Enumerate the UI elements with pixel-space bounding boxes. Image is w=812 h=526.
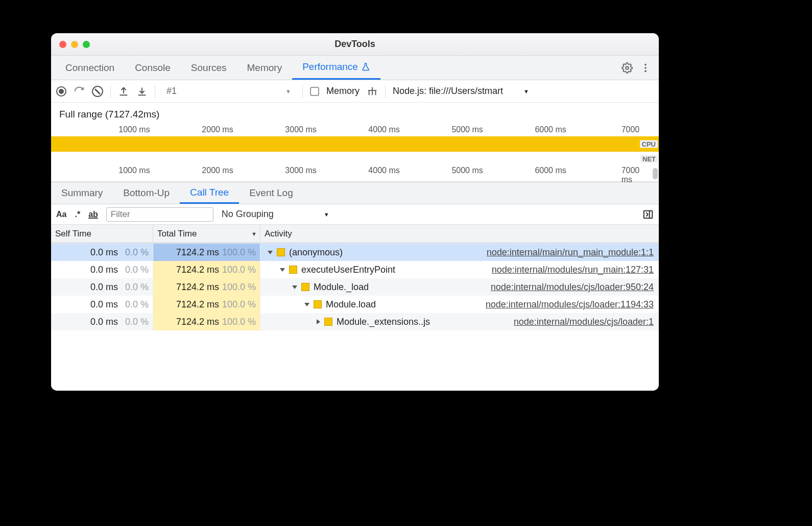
tab-console[interactable]: Console [125,56,181,80]
activity-name: (anonymous) [289,247,343,258]
settings-button[interactable] [618,56,636,80]
record-button[interactable] [56,86,66,97]
timeline-overview[interactable]: Full range (7127.42ms) 1000 ms2000 ms300… [51,103,659,182]
self-time-pct: 0.0 % [125,265,149,275]
activity-source-link[interactable]: node:internal/modules/cjs/loader:1 [514,317,654,327]
total-time-value: 7124.2 ms [176,317,219,327]
total-time-value: 7124.2 ms [176,247,219,258]
subtab-summary[interactable]: Summary [51,182,113,204]
ruler-tick: 1000 ms [118,125,150,134]
cpu-label: CPU [640,140,658,148]
cpu-track[interactable]: CPU [51,136,659,152]
table-row[interactable]: 0.0 ms0.0 %7124.2 ms100.0 %Module._exten… [51,313,659,330]
subtab-bottom-up[interactable]: Bottom-Up [113,182,180,204]
toggle-sidebar-icon[interactable] [642,209,654,220]
separator [302,85,303,98]
self-time-pct: 0.0 % [125,317,149,327]
table-row[interactable]: 0.0 ms0.0 %7124.2 ms100.0 %Module.loadno… [51,296,659,313]
traffic-lights [51,41,90,48]
memory-label: Memory [326,86,360,97]
total-time-value: 7124.2 ms [176,265,219,275]
ruler-tick: 5000 ms [451,166,483,175]
perf-toolbar: #1 ▼ Memory Node.js: file:///Users/stmar… [51,80,659,103]
total-time-pct: 100.0 % [222,317,256,327]
reload-icon[interactable] [74,86,85,97]
tab-performance[interactable]: Performance [292,56,380,80]
activity-name: Module.load [326,299,376,310]
context-select[interactable]: Node.js: file:///Users/stmart ▼ [393,86,529,97]
tab-memory[interactable]: Memory [237,56,293,80]
minimize-window-icon[interactable] [71,41,78,48]
case-toggle[interactable]: Aa [56,210,66,219]
ruler-tick: 4000 ms [368,166,399,175]
chevron-right-icon[interactable] [317,319,320,324]
total-time-pct: 100.0 % [222,247,256,258]
panel-tabs: ConnectionConsoleSourcesMemoryPerformanc… [51,56,659,80]
detail-ruler[interactable]: 1000 ms2000 ms3000 ms4000 ms5000 ms6000 … [51,166,659,181]
tab-connection[interactable]: Connection [55,56,125,80]
separator [385,85,386,98]
activity-source-link[interactable]: node:internal/modules/cjs/loader:1194:33 [486,299,654,310]
svg-point-0 [626,66,629,69]
window-title: DevTools [51,39,659,50]
garbage-collect-icon[interactable] [367,86,378,97]
col-activity[interactable]: Activity [260,225,659,243]
grid-body[interactable]: 0.0 ms0.0 %7124.2 ms100.0 %(anonymous)no… [51,243,659,391]
net-track[interactable]: NET [51,152,659,165]
maximize-window-icon[interactable] [83,41,90,48]
grouping-select[interactable]: No Grouping ▼ [222,209,335,220]
chevron-down-icon[interactable] [304,303,309,306]
self-time-value: 0.0 ms [90,299,118,310]
table-row[interactable]: 0.0 ms0.0 %7124.2 ms100.0 %executeUserEn… [51,261,659,278]
self-time-value: 0.0 ms [90,282,118,293]
ruler-tick: 5000 ms [451,125,483,134]
chevron-down-icon[interactable] [292,285,297,289]
subtab-call-tree[interactable]: Call Tree [180,182,239,204]
detail-tabs: SummaryBottom-UpCall TreeEvent Log [51,182,659,204]
sort-desc-icon: ▼ [251,231,257,237]
flask-icon [361,62,370,71]
self-time-pct: 0.0 % [125,299,149,310]
total-time-value: 7124.2 ms [176,299,219,310]
self-time-value: 0.0 ms [90,317,118,327]
regex-toggle[interactable]: .* [75,210,80,219]
grouping-label: No Grouping [222,209,274,220]
tab-sources[interactable]: Sources [181,56,237,80]
table-row[interactable]: 0.0 ms0.0 %7124.2 ms100.0 %(anonymous)no… [51,244,659,261]
activity-source-link[interactable]: node:internal/modules/run_main:127:31 [492,265,654,275]
close-window-icon[interactable] [59,41,66,48]
activity-color-swatch [301,283,309,291]
whole-word-toggle[interactable]: ab [88,210,98,219]
activity-color-swatch [314,300,322,308]
total-time-pct: 100.0 % [222,299,256,310]
chevron-down-icon[interactable] [280,268,285,272]
overview-ruler: 1000 ms2000 ms3000 ms4000 ms5000 ms6000 … [51,125,659,136]
self-time-value: 0.0 ms [90,265,118,275]
activity-source-link[interactable]: node:internal/main/run_main_module:1:1 [487,247,654,258]
download-icon[interactable] [136,86,148,97]
net-label: NET [640,155,658,162]
subtab-event-log[interactable]: Event Log [239,182,303,204]
separator [155,85,155,98]
recording-select-label: #1 [166,86,177,97]
clear-button[interactable] [92,86,103,97]
filter-input[interactable] [106,207,213,222]
table-row[interactable]: 0.0 ms0.0 %7124.2 ms100.0 %Module._loadn… [51,278,659,296]
timeline-scroll-thumb[interactable] [653,168,658,179]
activity-color-swatch [289,266,297,274]
total-time-pct: 100.0 % [222,282,256,293]
col-self-time[interactable]: Self Time [51,225,153,243]
svg-point-1 [644,63,647,65]
chevron-down-icon: ▼ [285,88,291,94]
memory-checkbox[interactable] [310,87,319,96]
activity-source-link[interactable]: node:internal/modules/cjs/loader:950:24 [491,282,654,293]
total-time-value: 7124.2 ms [176,282,219,293]
recording-select[interactable]: #1 ▼ [162,84,295,99]
col-total-time[interactable]: Total Time▼ [153,225,260,243]
activity-color-swatch [324,318,332,326]
upload-icon[interactable] [118,86,129,97]
ruler-tick: 6000 ms [535,125,566,134]
chevron-down-icon[interactable] [268,251,273,254]
more-button[interactable] [636,56,655,80]
ruler-tick: 2000 ms [202,125,233,134]
